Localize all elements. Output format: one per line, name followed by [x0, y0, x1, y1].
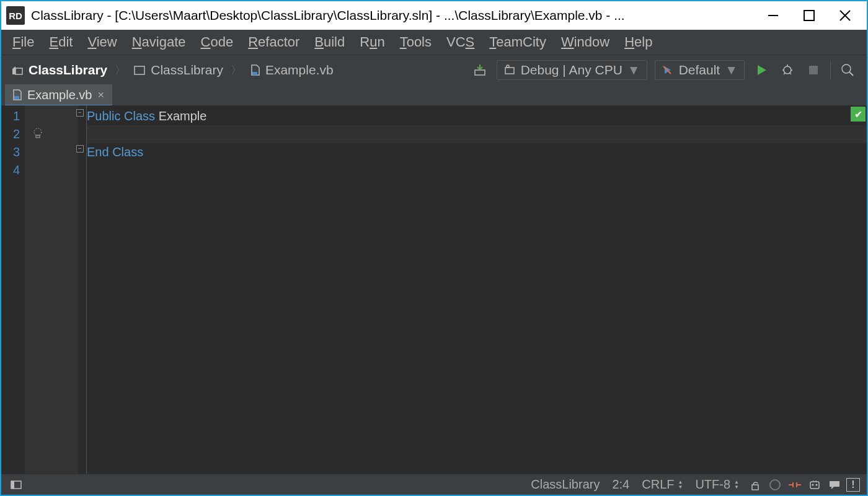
menu-vcs[interactable]: VCS: [439, 31, 482, 53]
run-button[interactable]: [750, 59, 773, 81]
chevron-down-icon: ▼: [627, 63, 640, 78]
speech-bubble-icon: [828, 479, 841, 490]
line-number: 4: [1, 161, 20, 179]
menu-file[interactable]: File: [5, 31, 42, 53]
build-config-dropdown[interactable]: Debug | Any CPU ▼: [497, 60, 647, 80]
code-line[interactable]: [87, 125, 867, 143]
svg-point-9: [507, 65, 509, 68]
svg-line-19: [849, 72, 853, 76]
play-icon: [755, 63, 768, 77]
menu-run[interactable]: Run: [352, 31, 392, 53]
status-notifications[interactable]: [826, 477, 843, 493]
debug-button[interactable]: [776, 59, 799, 81]
status-events[interactable]: !: [846, 478, 860, 492]
bug-icon: [781, 63, 794, 77]
menu-navigate[interactable]: Navigate: [125, 31, 193, 53]
build-button[interactable]: [469, 59, 491, 81]
status-context[interactable]: ClassLibrary: [525, 477, 606, 492]
chevron-down-icon: ▼: [725, 63, 738, 78]
fold-toggle[interactable]: −: [76, 145, 84, 153]
menu-teamcity[interactable]: TeamCity: [482, 31, 554, 53]
close-button[interactable]: [827, 3, 863, 28]
status-encoding[interactable]: UTF-8▲▼: [689, 477, 745, 492]
minimize-button[interactable]: [755, 3, 791, 28]
svg-line-15: [784, 73, 786, 74]
separator: [830, 61, 831, 79]
stop-button[interactable]: [802, 59, 825, 81]
status-bar: ClassLibrary 2:4 CRLF▲▼ UTF-8▲▼ !: [1, 474, 867, 495]
code-line[interactable]: [87, 161, 867, 179]
progress-circle-icon: [769, 479, 781, 491]
inspection-ok-badge[interactable]: ✔: [851, 107, 866, 122]
main-menu: FileEditViewNavigateCodeRefactorBuildRun…: [1, 30, 867, 55]
svg-point-26: [770, 480, 780, 490]
tab-close-icon[interactable]: ✕: [97, 90, 105, 100]
app-logo: RD: [6, 6, 25, 25]
breadcrumb-separator: 〉: [231, 63, 242, 78]
build-config-label: Debug | Any CPU: [521, 63, 622, 78]
breadcrumb-icon: [249, 64, 260, 76]
lightbulb-icon[interactable]: [31, 126, 45, 140]
breadcrumb-separator: 〉: [115, 63, 126, 78]
navbar: ClassLibrary〉ClassLibrary〉Example.vb Deb…: [1, 55, 867, 84]
breadcrumb-label: ClassLibrary: [151, 63, 223, 78]
breadcrumb-item[interactable]: ClassLibrary: [7, 61, 111, 79]
window-title: ClassLibrary - [C:\Users\Maart\Desktop\C…: [31, 8, 755, 23]
line-number: 3: [1, 143, 20, 161]
menu-help[interactable]: Help: [617, 31, 660, 53]
maximize-button[interactable]: [791, 3, 827, 28]
inspector-icon: [808, 478, 822, 492]
breadcrumb-icon: [133, 64, 146, 76]
breadcrumb-icon: [11, 64, 24, 76]
run-config-dropdown[interactable]: Default ▼: [655, 60, 745, 80]
status-cursor[interactable]: 2:4: [606, 477, 636, 492]
status-inspector[interactable]: [807, 477, 823, 493]
breadcrumb-item[interactable]: ClassLibrary: [130, 61, 227, 79]
svg-rect-4: [16, 68, 22, 74]
svg-rect-31: [810, 482, 819, 489]
tool-window-toggle[interactable]: [8, 477, 24, 493]
connection-icon: [787, 479, 802, 490]
menu-code[interactable]: Code: [193, 31, 241, 53]
vb-file-icon: [12, 89, 22, 100]
fold-toggle[interactable]: −: [76, 109, 84, 117]
search-icon: [840, 63, 855, 78]
editor: 1234 − − Public Class Example End Class …: [1, 105, 867, 474]
menu-edit[interactable]: Edit: [42, 31, 80, 53]
config-icon: [503, 64, 516, 76]
fold-gutter: − −: [78, 105, 87, 474]
status-connection[interactable]: [787, 477, 803, 493]
line-number: 1: [1, 107, 20, 125]
menu-window[interactable]: Window: [554, 31, 617, 53]
svg-rect-1: [804, 11, 814, 20]
status-line-separator[interactable]: CRLF▲▼: [636, 477, 689, 492]
editor-tab[interactable]: Example.vb✕: [5, 84, 113, 105]
run-config-icon: [662, 64, 674, 76]
code-line[interactable]: End Class: [87, 143, 867, 161]
status-lock[interactable]: [747, 477, 763, 493]
code-area[interactable]: Public Class Example End Class: [87, 105, 867, 474]
build-icon: [472, 63, 487, 78]
svg-rect-17: [809, 66, 818, 74]
search-everywhere-button[interactable]: [836, 59, 859, 81]
svg-rect-6: [252, 72, 257, 75]
menu-refactor[interactable]: Refactor: [241, 31, 307, 53]
run-config-label: Default: [679, 63, 720, 78]
marker-gutter: [25, 105, 78, 474]
code-line[interactable]: Public Class Example: [87, 107, 867, 125]
svg-line-16: [789, 73, 791, 74]
breadcrumb-label: Example.vb: [265, 63, 334, 78]
breadcrumb-item[interactable]: Example.vb: [246, 61, 337, 79]
line-number-gutter: 1234: [1, 105, 25, 474]
unlock-icon: [749, 479, 761, 491]
status-progress[interactable]: [767, 477, 783, 493]
menu-tools[interactable]: Tools: [392, 31, 439, 53]
svg-rect-7: [475, 70, 485, 75]
menu-view[interactable]: View: [80, 31, 124, 53]
stop-icon: [808, 64, 819, 76]
maximize-icon: [803, 9, 815, 22]
svg-point-21: [34, 128, 42, 136]
menu-build[interactable]: Build: [307, 31, 352, 53]
breadcrumb-label: ClassLibrary: [29, 63, 107, 78]
svg-rect-5: [135, 66, 144, 74]
